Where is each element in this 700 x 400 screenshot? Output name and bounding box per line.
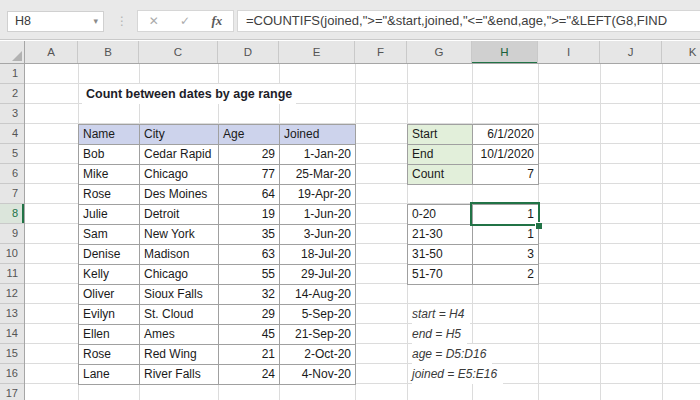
column-header-i[interactable]: I	[538, 41, 600, 64]
city-cell[interactable]: Des Moines	[140, 185, 219, 205]
formula-bar-drag-handle-icon[interactable]: ⋮	[116, 10, 127, 32]
city-cell[interactable]: Madison	[140, 245, 219, 265]
column-header-b[interactable]: B	[78, 41, 139, 64]
table-header-city[interactable]: City	[140, 125, 219, 145]
name-cell[interactable]: Rose	[79, 185, 140, 205]
range-label-cell[interactable]: 0-20	[408, 205, 473, 225]
row-header-2[interactable]: 2	[0, 84, 24, 104]
city-cell[interactable]: Sioux Falls	[140, 285, 219, 305]
enter-icon[interactable]: ✓	[180, 14, 190, 28]
column-header-e[interactable]: E	[279, 41, 355, 64]
count-value-cell[interactable]: 7	[473, 165, 539, 185]
name-cell[interactable]: Julie	[79, 205, 140, 225]
column-header-g[interactable]: G	[407, 41, 472, 64]
row-header-11[interactable]: 11	[0, 264, 24, 284]
range-label-cell[interactable]: 51-70	[408, 265, 473, 285]
joined-cell[interactable]: 25-Mar-20	[280, 165, 356, 185]
column-header-c[interactable]: C	[139, 41, 218, 64]
row-header-14[interactable]: 14	[0, 324, 24, 344]
insert-function-icon[interactable]: fx	[211, 13, 222, 29]
row-header-13[interactable]: 13	[0, 304, 24, 324]
start-value-cell[interactable]: 6/1/2020	[473, 125, 539, 145]
table-header-name[interactable]: Name	[79, 125, 140, 145]
name-cell[interactable]: Ellen	[79, 325, 140, 345]
row-header-9[interactable]: 9	[0, 224, 24, 244]
joined-cell[interactable]: 1-Jan-20	[280, 145, 356, 165]
name-cell[interactable]: Bob	[79, 145, 140, 165]
joined-cell[interactable]: 18-Jul-20	[280, 245, 356, 265]
range-label-cell[interactable]: 21-30	[408, 225, 473, 245]
city-cell[interactable]: Detroit	[140, 205, 219, 225]
column-header-h-selected[interactable]: H	[472, 41, 538, 64]
age-cell[interactable]: 77	[219, 165, 280, 185]
column-header-d[interactable]: D	[218, 41, 279, 64]
table-header-age[interactable]: Age	[219, 125, 280, 145]
name-cell[interactable]: Mike	[79, 165, 140, 185]
formula-input[interactable]: =COUNTIFS(joined,">="&start,joined,"<="&…	[237, 10, 700, 32]
age-cell[interactable]: 29	[219, 305, 280, 325]
column-header-a[interactable]: A	[25, 41, 78, 64]
row-header-15[interactable]: 15	[0, 344, 24, 364]
age-cell[interactable]: 63	[219, 245, 280, 265]
age-cell[interactable]: 55	[219, 265, 280, 285]
city-cell[interactable]: Chicago	[140, 265, 219, 285]
row-header-3[interactable]: 3	[0, 104, 24, 124]
sheet-title[interactable]: Count between dates by age range	[82, 84, 296, 104]
row-header-8-selected[interactable]: 8	[0, 204, 24, 224]
age-cell[interactable]: 21	[219, 345, 280, 365]
note-start[interactable]: start = H4	[412, 304, 470, 324]
row-header-6[interactable]: 6	[0, 164, 24, 184]
age-cell[interactable]: 32	[219, 285, 280, 305]
name-cell[interactable]: Oliver	[79, 285, 140, 305]
end-label-cell[interactable]: End	[408, 145, 473, 165]
city-cell[interactable]: Chicago	[140, 165, 219, 185]
city-cell[interactable]: River Falls	[140, 365, 219, 385]
name-box[interactable]: H8 ▾	[7, 11, 104, 32]
note-end[interactable]: end = H5	[412, 324, 467, 344]
name-cell[interactable]: Denise	[79, 245, 140, 265]
row-header-5[interactable]: 5	[0, 144, 24, 164]
city-cell[interactable]: Red Wing	[140, 345, 219, 365]
city-cell[interactable]: New York	[140, 225, 219, 245]
fill-handle[interactable]	[535, 222, 542, 229]
row-header-10[interactable]: 10	[0, 244, 24, 264]
age-cell[interactable]: 45	[219, 325, 280, 345]
name-cell[interactable]: Sam	[79, 225, 140, 245]
cell-grid[interactable]: Count between dates by age range Name Ci…	[25, 64, 700, 400]
column-header-f[interactable]: F	[355, 41, 407, 64]
age-cell[interactable]: 29	[219, 145, 280, 165]
joined-cell[interactable]: 19-Apr-20	[280, 185, 356, 205]
name-cell[interactable]: Kelly	[79, 265, 140, 285]
table-header-joined[interactable]: Joined	[280, 125, 356, 145]
start-label-cell[interactable]: Start	[408, 125, 473, 145]
age-cell[interactable]: 19	[219, 205, 280, 225]
count-label-cell[interactable]: Count	[408, 165, 473, 185]
city-cell[interactable]: St. Cloud	[140, 305, 219, 325]
row-header-1[interactable]: 1	[0, 64, 24, 84]
joined-cell[interactable]: 29-Jul-20	[280, 265, 356, 285]
joined-cell[interactable]: 2-Oct-20	[280, 345, 356, 365]
column-header-j[interactable]: J	[600, 41, 662, 64]
joined-cell[interactable]: 21-Sep-20	[280, 325, 356, 345]
row-header-4[interactable]: 4	[0, 124, 24, 144]
joined-cell[interactable]: 5-Sep-20	[280, 305, 356, 325]
cancel-icon[interactable]: ✕	[149, 14, 159, 28]
joined-cell[interactable]: 4-Nov-20	[280, 365, 356, 385]
row-header-7[interactable]: 7	[0, 184, 24, 204]
range-value-cell[interactable]: 1	[473, 225, 539, 245]
row-header-12[interactable]: 12	[0, 284, 24, 304]
range-value-cell[interactable]: 3	[473, 245, 539, 265]
note-joined[interactable]: joined = E5:E16	[412, 364, 503, 384]
end-value-cell[interactable]: 10/1/2020	[473, 145, 539, 165]
column-header-k[interactable]: K	[662, 41, 700, 64]
city-cell[interactable]: Ames	[140, 325, 219, 345]
row-header-16[interactable]: 16	[0, 364, 24, 384]
name-box-dropdown-icon[interactable]: ▾	[93, 12, 98, 31]
range-value-cell[interactable]: 2	[473, 265, 539, 285]
name-cell[interactable]: Lane	[79, 365, 140, 385]
range-label-cell[interactable]: 31-50	[408, 245, 473, 265]
joined-cell[interactable]: 1-Jun-20	[280, 205, 356, 225]
joined-cell[interactable]: 14-Aug-20	[280, 285, 356, 305]
age-cell[interactable]: 35	[219, 225, 280, 245]
age-cell[interactable]: 64	[219, 185, 280, 205]
